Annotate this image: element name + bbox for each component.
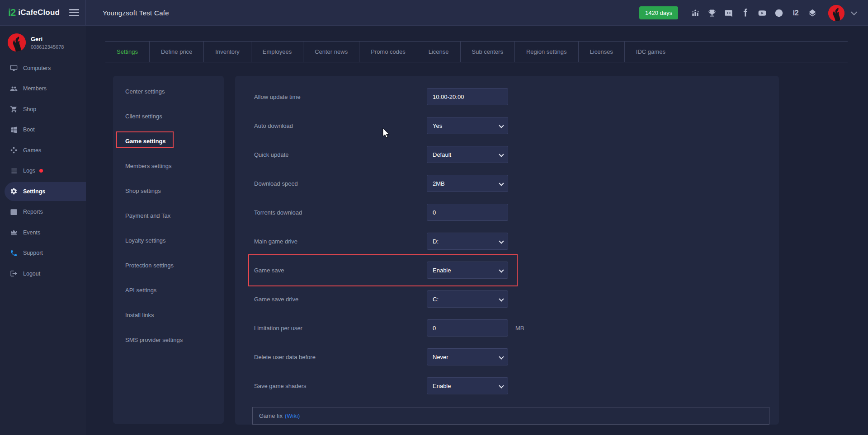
tab-define-price[interactable]: Define price — [150, 42, 204, 62]
sidebar-item-logs[interactable]: Logs — [0, 161, 86, 182]
license-days-badge[interactable]: 1420 days — [639, 6, 678, 19]
settings-nav-loyalty-settings[interactable]: Loyalty settings — [113, 228, 224, 253]
chart-icon — [10, 208, 18, 216]
tab-idc-games[interactable]: IDC games — [625, 42, 677, 62]
delete-user-data-before-select[interactable]: Never — [427, 348, 508, 365]
settings-nav-sms-provider-settings[interactable]: SMS provider settings — [113, 327, 224, 352]
layers-icon[interactable] — [807, 8, 817, 18]
row-allow-update-time: Allow update time — [235, 82, 779, 111]
members-icon — [10, 85, 18, 93]
chevron-down-icon — [499, 239, 504, 243]
youtube-icon[interactable] — [757, 8, 767, 18]
tab-bar: Settings Define price Inventory Employee… — [105, 41, 848, 62]
game-settings-form: Allow update time Auto download Yes Quic… — [235, 76, 779, 425]
sidebar-item-settings[interactable]: Settings — [0, 181, 86, 202]
game-fix-label: Game fix — [259, 412, 283, 419]
tab-center-news[interactable]: Center news — [303, 42, 359, 62]
row-delete-user-data-before: Delete user data before Never — [235, 342, 779, 371]
topbar-actions: 1420 days i2 — [639, 0, 855, 26]
page-title: Youngzsoft Test Cafe — [103, 9, 169, 17]
sidebar-item-games[interactable]: Games — [0, 140, 86, 161]
user-avatar[interactable] — [828, 5, 844, 21]
settings-nav-api-settings[interactable]: API settings — [113, 278, 224, 303]
sidebar-item-support[interactable]: Support — [0, 243, 86, 264]
game-save-drive-select[interactable]: C: — [427, 290, 508, 308]
chevron-down-icon — [499, 152, 504, 157]
main-game-drive-select[interactable]: D: — [427, 233, 508, 250]
chevron-down-icon — [499, 123, 504, 128]
settings-nav-center-settings[interactable]: Center settings — [113, 79, 224, 104]
sidebar-item-reports[interactable]: Reports — [0, 202, 86, 223]
settings-nav-members-settings[interactable]: Members settings — [113, 154, 224, 178]
chevron-down-icon — [499, 181, 504, 186]
tab-license[interactable]: License — [417, 42, 461, 62]
row-game-save-drive: Game save drive C: — [235, 285, 779, 313]
phone-icon — [10, 249, 18, 257]
logs-notification-dot — [39, 169, 43, 173]
tab-employees[interactable]: Employees — [251, 42, 303, 62]
row-main-game-drive: Main game drive D: — [235, 227, 779, 256]
annotation-box-game-settings — [116, 131, 174, 148]
windows-icon — [10, 126, 18, 134]
sidebar-item-events[interactable]: Events — [0, 222, 86, 243]
hamburger-menu-icon[interactable] — [69, 9, 79, 18]
settings-nav-panel: Center settings Client settings Game set… — [113, 76, 224, 424]
discord-icon[interactable] — [723, 8, 734, 18]
chevron-down-icon — [499, 354, 504, 359]
main-content: Settings Define price Inventory Employee… — [86, 26, 868, 435]
download-speed-select[interactable]: 2MB — [427, 175, 508, 192]
leaderboard-icon[interactable] — [690, 8, 700, 18]
settings-nav-shop-settings[interactable]: Shop settings — [113, 178, 224, 203]
gamepad-icon — [10, 146, 18, 154]
tab-settings[interactable]: Settings — [105, 42, 150, 62]
torrents-download-input[interactable] — [427, 204, 508, 221]
settings-nav-protection-settings[interactable]: Protection settings — [113, 253, 224, 278]
sidebar-item-logout[interactable]: Logout — [0, 263, 86, 284]
tab-sub-centers[interactable]: Sub centers — [461, 42, 515, 62]
save-game-shaders-select[interactable]: Enable — [427, 377, 508, 394]
game-fix-wiki-link[interactable]: (Wiki) — [285, 412, 300, 419]
top-header: i2 iCafeCloud Youngzsoft Test Cafe 1420 … — [0, 0, 868, 26]
limitation-per-user-input[interactable] — [427, 319, 508, 337]
brand-name: iCafeCloud — [18, 8, 60, 17]
account-chevron-down-icon[interactable] — [851, 9, 857, 15]
sidebar-item-members[interactable]: Members — [0, 79, 86, 99]
game-fix-section: Game fix (Wiki) — [252, 407, 769, 425]
icafe-mark-icon[interactable]: i2 — [790, 8, 801, 18]
quick-update-select[interactable]: Default — [427, 146, 508, 163]
settings-nav-client-settings[interactable]: Client settings — [113, 104, 224, 129]
row-download-speed: Download speed 2MB — [235, 169, 779, 198]
user-phone: 008612345678 — [31, 44, 64, 50]
trophy-icon[interactable] — [707, 8, 717, 18]
sidebar-item-boot[interactable]: Boot — [0, 120, 86, 140]
row-limitation-per-user: Limitation per user MB — [235, 313, 779, 342]
settings-nav-install-links[interactable]: Install links — [113, 303, 224, 327]
tab-region-settings[interactable]: Region settings — [515, 42, 579, 62]
facebook-icon[interactable] — [740, 8, 750, 18]
tab-promo-codes[interactable]: Promo codes — [359, 42, 417, 62]
tab-inventory[interactable]: Inventory — [204, 42, 251, 62]
row-auto-download: Auto download Yes — [235, 111, 779, 140]
user-block: Geri 008612345678 — [0, 26, 86, 58]
row-save-game-shaders: Save game shaders Enable — [235, 371, 779, 400]
tab-licenses[interactable]: Licenses — [579, 42, 625, 62]
sidebar-item-shop[interactable]: Shop — [0, 99, 86, 120]
gear-icon — [10, 187, 18, 195]
website-globe-icon[interactable] — [774, 8, 784, 18]
mb-suffix: MB — [515, 325, 524, 332]
chevron-down-icon — [499, 296, 504, 301]
logout-icon — [10, 270, 18, 277]
auto-download-select[interactable]: Yes — [427, 117, 508, 134]
sidebar-item-computers[interactable]: Computers — [0, 58, 86, 79]
crown-icon — [10, 229, 18, 236]
sidebar-avatar[interactable] — [8, 33, 26, 51]
brand-area: i2 iCafeCloud — [0, 0, 86, 25]
allow-update-time-input[interactable] — [427, 88, 508, 105]
chevron-down-icon — [499, 383, 504, 388]
settings-nav-payment-and-tax[interactable]: Payment and Tax — [113, 203, 224, 228]
icafecloud-logo-icon: i2 — [8, 7, 15, 19]
monitor-icon — [10, 64, 18, 72]
sidebar: Geri 008612345678 Computers Members Shop… — [0, 26, 86, 435]
game-save-select[interactable]: Enable — [427, 262, 508, 279]
list-icon — [10, 167, 18, 175]
